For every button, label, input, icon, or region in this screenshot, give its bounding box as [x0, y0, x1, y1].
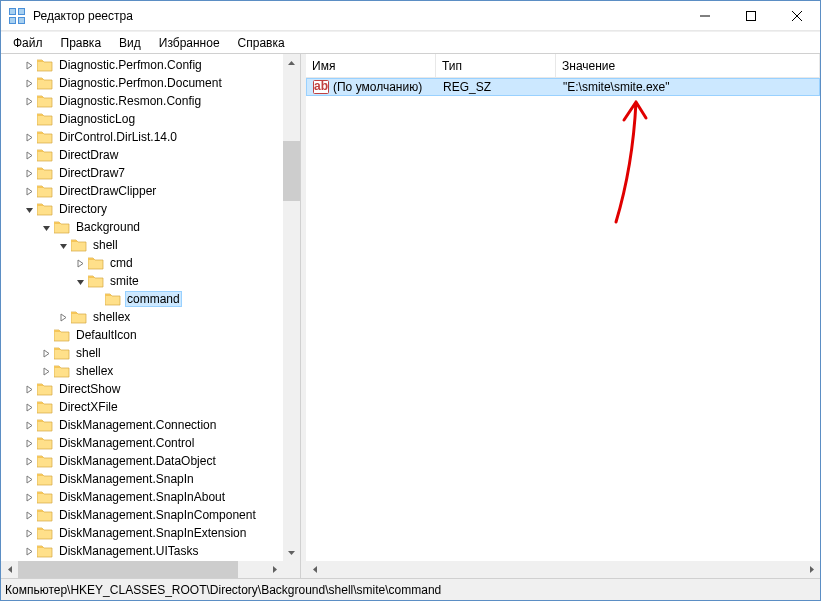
tree-item[interactable]: shellex — [1, 362, 283, 380]
menu-edit[interactable]: Правка — [53, 33, 110, 53]
expand-icon[interactable] — [23, 491, 35, 503]
collapse-icon[interactable] — [57, 239, 69, 251]
tree-item[interactable]: DiskManagement.SnapIn — [1, 470, 283, 488]
tree-item-label: shellex — [74, 363, 115, 379]
tree-item[interactable]: smite — [1, 272, 283, 290]
tree-item-label: DiskManagement.SnapIn — [57, 471, 196, 487]
list-scroll-right-button[interactable] — [803, 561, 820, 578]
scroll-track-h[interactable] — [18, 561, 266, 578]
folder-icon — [54, 346, 70, 360]
tree-item-label: DirectShow — [57, 381, 122, 397]
tree-item[interactable]: Directory — [1, 200, 283, 218]
collapse-icon[interactable] — [74, 275, 86, 287]
expand-icon[interactable] — [23, 419, 35, 431]
menu-file[interactable]: Файл — [5, 33, 51, 53]
expand-icon[interactable] — [74, 257, 86, 269]
tree-item[interactable]: DiskManagement.UITasks — [1, 542, 283, 560]
scroll-right-button[interactable] — [266, 561, 283, 578]
expand-icon[interactable] — [23, 437, 35, 449]
tree-item-label: Directory — [57, 201, 109, 217]
expand-icon[interactable] — [23, 383, 35, 395]
expand-icon[interactable] — [40, 347, 52, 359]
tree-item-label: cmd — [108, 255, 135, 271]
tree-item[interactable]: shellex — [1, 308, 283, 326]
expand-icon[interactable] — [23, 131, 35, 143]
tree-horizontal-scrollbar[interactable] — [1, 561, 300, 578]
list-horizontal-scrollbar[interactable] — [306, 561, 820, 578]
folder-icon — [37, 184, 53, 198]
folder-icon — [37, 94, 53, 108]
tree-item[interactable]: Diagnostic.Perfmon.Document — [1, 74, 283, 92]
expand-icon[interactable] — [23, 401, 35, 413]
tree-item[interactable]: Background — [1, 218, 283, 236]
tree-vertical-scrollbar[interactable] — [283, 54, 300, 561]
list-scroll-track[interactable] — [323, 561, 803, 578]
close-button[interactable] — [774, 1, 820, 31]
expand-icon[interactable] — [40, 365, 52, 377]
tree-item[interactable]: DiskManagement.Control — [1, 434, 283, 452]
tree-item[interactable]: command — [1, 290, 283, 308]
folder-icon — [37, 166, 53, 180]
scroll-thumb[interactable] — [283, 141, 300, 201]
tree-item[interactable]: DiskManagement.Connection — [1, 416, 283, 434]
scroll-left-button[interactable] — [1, 561, 18, 578]
expand-icon[interactable] — [23, 77, 35, 89]
tree-item[interactable]: DirectDraw7 — [1, 164, 283, 182]
expand-icon[interactable] — [23, 527, 35, 539]
column-type[interactable]: Тип — [436, 54, 556, 77]
tree-item[interactable]: DiskManagement.SnapInAbout — [1, 488, 283, 506]
collapse-icon[interactable] — [23, 203, 35, 215]
tree-item[interactable]: Diagnostic.Resmon.Config — [1, 92, 283, 110]
menu-favorites[interactable]: Избранное — [151, 33, 228, 53]
column-name[interactable]: Имя — [306, 54, 436, 77]
tree-item[interactable]: shell — [1, 236, 283, 254]
menu-view[interactable]: Вид — [111, 33, 149, 53]
tree-item[interactable]: DiagnosticLog — [1, 110, 283, 128]
folder-icon — [54, 364, 70, 378]
tree-item[interactable]: DirectDrawClipper — [1, 182, 283, 200]
expand-icon[interactable] — [23, 167, 35, 179]
tree-item[interactable]: shell — [1, 344, 283, 362]
maximize-button[interactable] — [728, 1, 774, 31]
tree-item-label: Diagnostic.Perfmon.Document — [57, 75, 224, 91]
minimize-button[interactable] — [682, 1, 728, 31]
tree-item-label: Diagnostic.Perfmon.Config — [57, 57, 204, 73]
list-row[interactable]: ab (По умолчанию) REG_SZ "E:\smite\smite… — [306, 78, 820, 96]
tree-item[interactable]: Diagnostic.Perfmon.Config — [1, 56, 283, 74]
tree-item-label: DiskManagement.SnapInComponent — [57, 507, 258, 523]
tree-item-label: DiskManagement.UITasks — [57, 543, 200, 559]
tree-item[interactable]: DefaultIcon — [1, 326, 283, 344]
collapse-icon[interactable] — [40, 221, 52, 233]
tree-item[interactable]: DirectXFile — [1, 398, 283, 416]
expand-icon[interactable] — [23, 473, 35, 485]
folder-icon — [37, 148, 53, 162]
expand-spacer — [23, 113, 35, 125]
scroll-thumb-h[interactable] — [18, 561, 238, 578]
folder-icon — [37, 76, 53, 90]
menu-help[interactable]: Справка — [230, 33, 293, 53]
tree-item[interactable]: DiskManagement.DataObject — [1, 452, 283, 470]
folder-icon — [37, 418, 53, 432]
registry-tree[interactable]: Diagnostic.Perfmon.ConfigDiagnostic.Perf… — [1, 54, 283, 561]
expand-icon[interactable] — [57, 311, 69, 323]
scroll-track[interactable] — [283, 71, 300, 544]
tree-item[interactable]: DiskManagement.SnapInComponent — [1, 506, 283, 524]
list-body[interactable]: ab (По умолчанию) REG_SZ "E:\smite\smite… — [306, 78, 820, 561]
expand-icon[interactable] — [23, 95, 35, 107]
tree-item[interactable]: DirControl.DirList.14.0 — [1, 128, 283, 146]
tree-item[interactable]: DirectDraw — [1, 146, 283, 164]
expand-icon[interactable] — [23, 545, 35, 557]
expand-icon[interactable] — [23, 59, 35, 71]
scroll-up-button[interactable] — [283, 54, 300, 71]
expand-icon[interactable] — [23, 455, 35, 467]
tree-item[interactable]: DiskManagement.SnapInExtension — [1, 524, 283, 542]
list-scroll-left-button[interactable] — [306, 561, 323, 578]
scroll-down-button[interactable] — [283, 544, 300, 561]
expand-icon[interactable] — [23, 149, 35, 161]
window-controls — [682, 1, 820, 31]
tree-item[interactable]: DirectShow — [1, 380, 283, 398]
expand-icon[interactable] — [23, 509, 35, 521]
column-value[interactable]: Значение — [556, 54, 820, 77]
tree-item[interactable]: cmd — [1, 254, 283, 272]
expand-icon[interactable] — [23, 185, 35, 197]
